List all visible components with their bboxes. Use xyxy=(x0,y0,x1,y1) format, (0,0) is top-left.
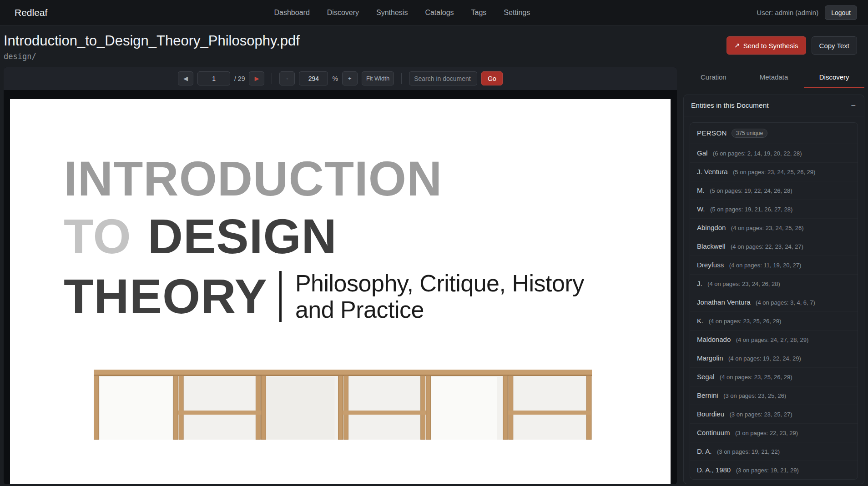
document-header-text: Introduction_to_Design_Theory_Philosophy… xyxy=(4,33,300,61)
main-nav: DashboardDiscoverySynthesisCatalogsTagsS… xyxy=(47,9,757,17)
search-go-button[interactable]: Go xyxy=(481,71,503,85)
entity-name: Continuum xyxy=(697,429,730,436)
entity-pages: (5 on pages: 23, 24, 25, 26, 29) xyxy=(733,169,815,175)
entity-row[interactable]: D. A., 1980 (3 on pages: 19, 21, 29) xyxy=(690,461,858,479)
entity-row[interactable]: W. (5 on pages: 19, 21, 26, 27, 28) xyxy=(690,200,858,218)
toolbar-divider xyxy=(401,73,402,84)
entity-row[interactable]: Segal (4 on pages: 23, 25, 26, 29) xyxy=(690,367,858,386)
right-sidebar: CurationMetadataDiscovery Entities in th… xyxy=(683,67,864,484)
entity-name: J. xyxy=(697,280,702,287)
entity-row[interactable]: Jonathan Ventura (4 on pages: 3, 4, 6, 7… xyxy=(690,293,858,311)
entities-panel-title: Entities in this Document xyxy=(691,101,769,110)
entity-row[interactable]: Blackwell (4 on pages: 22, 23, 24, 27) xyxy=(690,237,858,256)
search-input[interactable] xyxy=(409,71,477,85)
entity-row[interactable]: D. A. (3 on pages: 19, 21, 22) xyxy=(690,442,858,461)
entity-pages: (4 on pages: 11, 19, 20, 27) xyxy=(729,262,802,269)
nav-item-synthesis[interactable]: Synthesis xyxy=(376,9,408,17)
entity-name: M. xyxy=(697,186,705,194)
cover-title-theory: THEORY xyxy=(64,272,267,321)
cover-title-line3: THEORY Philosophy, Critique, History and… xyxy=(64,270,671,324)
breadcrumb[interactable]: design/ xyxy=(4,52,300,61)
cover-title-design: DESIGN xyxy=(148,212,337,261)
entity-pages: (4 on pages: 22, 23, 24, 27) xyxy=(731,243,803,250)
entity-row[interactable]: Margolin (4 on pages: 19, 22, 24, 29) xyxy=(690,349,858,367)
pdf-page: INTRODUCTION TO DESIGN THEORY Philosophy… xyxy=(10,99,671,484)
toolbar-divider xyxy=(272,73,272,84)
entities-panel: Entities in this Document − PERSON 375 u… xyxy=(683,95,864,484)
fit-width-button[interactable]: Fit Width xyxy=(362,71,394,85)
entity-group-name: PERSON xyxy=(697,129,727,137)
entity-row[interactable]: J. Ventura (5 on pages: 23, 24, 25, 26, … xyxy=(690,162,858,181)
entity-pages: (4 on pages: 23, 25, 26, 29) xyxy=(720,374,792,381)
entity-row[interactable]: Dreyfuss (4 on pages: 11, 19, 20, 27) xyxy=(690,256,858,274)
entity-pages: (4 on pages: 23, 24, 26, 28) xyxy=(707,281,780,287)
cover-divider-bar xyxy=(279,271,282,322)
nav-item-settings[interactable]: Settings xyxy=(504,9,530,17)
send-to-synthesis-button[interactable]: ↗ Send to Synthesis xyxy=(727,36,806,55)
entity-row[interactable]: J. (4 on pages: 23, 24, 26, 28) xyxy=(690,274,858,293)
entity-pages: (3 on pages: 19, 21, 22) xyxy=(717,448,780,455)
app-logo[interactable]: Redleaf xyxy=(15,7,47,18)
entity-pages: (5 on pages: 19, 21, 26, 27, 28) xyxy=(710,206,792,213)
entity-pages: (6 on pages: 2, 14, 19, 20, 22, 28) xyxy=(713,150,802,157)
entity-name: Gal xyxy=(697,149,707,157)
next-page-button[interactable]: ▶ xyxy=(249,71,264,85)
entity-name: Bourdieu xyxy=(697,410,724,418)
nav-item-dashboard[interactable]: Dashboard xyxy=(274,9,310,17)
entity-name: Bernini xyxy=(697,391,718,399)
entity-pages: (5 on pages: 19, 22, 24, 26, 28) xyxy=(710,187,792,194)
entity-row[interactable]: Gal (6 on pages: 2, 14, 19, 20, 22, 28) xyxy=(690,144,858,162)
entity-name: K. xyxy=(697,317,703,325)
entity-row[interactable]: Bernini (3 on pages: 23, 25, 26) xyxy=(690,386,858,405)
entity-row[interactable]: Continuum (3 on pages: 22, 23, 29) xyxy=(690,423,858,442)
zoom-in-button[interactable]: + xyxy=(342,71,358,85)
document-header: Introduction_to_Design_Theory_Philosophy… xyxy=(0,25,868,67)
tab-curation[interactable]: Curation xyxy=(683,67,744,88)
entity-row[interactable]: Maldonado (4 on pages: 24, 27, 28, 29) xyxy=(690,330,858,349)
entity-group-header[interactable]: PERSON 375 unique xyxy=(690,123,858,144)
entity-name: Maldonado xyxy=(697,336,731,343)
shelf-photo xyxy=(94,367,592,440)
cover-title-line1: INTRODUCTION xyxy=(64,155,671,203)
entity-name: Margolin xyxy=(697,354,723,362)
nav-item-tags[interactable]: Tags xyxy=(471,9,487,17)
tab-metadata[interactable]: Metadata xyxy=(744,67,804,88)
entity-pages: (3 on pages: 19, 21, 29) xyxy=(736,467,799,474)
entity-list: Gal (6 on pages: 2, 14, 19, 20, 22, 28) … xyxy=(690,144,858,479)
entity-pages: (3 on pages: 23, 25, 26) xyxy=(723,392,786,399)
unique-count-badge: 375 unique xyxy=(732,129,767,138)
collapse-panel-button[interactable]: − xyxy=(850,101,857,110)
entity-name: Segal xyxy=(697,373,714,381)
entity-pages: (3 on pages: 22, 23, 29) xyxy=(735,430,798,436)
top-navbar: Redleaf DashboardDiscoverySynthesisCatal… xyxy=(0,0,868,25)
person-entity-card: PERSON 375 unique Gal (6 on pages: 2, 14… xyxy=(690,122,858,480)
entity-row[interactable]: Bourdieu (3 on pages: 23, 25, 27) xyxy=(690,405,858,423)
entity-row[interactable]: Abingdon (4 on pages: 23, 24, 25, 26) xyxy=(690,218,858,237)
cover-subtitle-line2: and Practice xyxy=(295,296,584,323)
entity-pages: (4 on pages: 24, 27, 28, 29) xyxy=(736,336,809,343)
entity-row[interactable]: K. (4 on pages: 23, 25, 26, 29) xyxy=(690,311,858,330)
percent-label: % xyxy=(332,75,338,82)
entity-pages: (4 on pages: 23, 25, 26, 29) xyxy=(709,318,782,325)
send-to-synthesis-label: Send to Synthesis xyxy=(743,42,798,50)
tab-discovery[interactable]: Discovery xyxy=(804,67,864,88)
viewer-canvas[interactable]: INTRODUCTION TO DESIGN THEORY Philosophy… xyxy=(4,90,677,484)
entity-name: Abingdon xyxy=(697,224,726,231)
nav-item-discovery[interactable]: Discovery xyxy=(327,9,359,17)
entity-pages: (4 on pages: 23, 24, 25, 26) xyxy=(731,225,804,231)
logout-button[interactable]: Logout xyxy=(825,5,857,20)
entity-name: W. xyxy=(697,205,705,213)
header-actions: ↗ Send to Synthesis Copy Text xyxy=(727,36,857,55)
current-user-label: User: admin (admin) xyxy=(757,9,818,16)
page-title: Introduction_to_Design_Theory_Philosophy… xyxy=(4,33,300,49)
prev-page-button[interactable]: ◀ xyxy=(178,71,193,85)
entity-row[interactable]: M. (5 on pages: 19, 22, 24, 26, 28) xyxy=(690,181,858,200)
zoom-level-input[interactable] xyxy=(299,71,328,85)
nav-item-catalogs[interactable]: Catalogs xyxy=(425,9,454,17)
entity-name: Dreyfuss xyxy=(697,261,724,269)
page-number-input[interactable] xyxy=(197,71,230,85)
zoom-out-button[interactable]: - xyxy=(279,71,295,85)
copy-text-button[interactable]: Copy Text xyxy=(812,36,857,55)
entity-pages: (4 on pages: 19, 22, 24, 29) xyxy=(728,355,801,362)
cover-subtitle: Philosophy, Critique, History and Practi… xyxy=(295,270,584,324)
